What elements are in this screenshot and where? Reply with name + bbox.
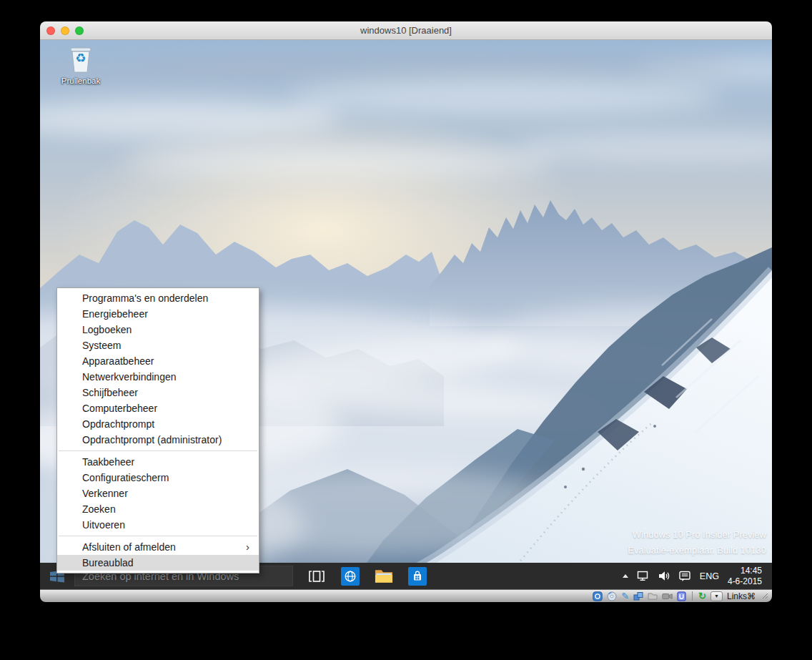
menu-item-logboeken[interactable]: Logboeken [57,322,259,338]
menu-item-label: Energiebeheer [82,308,148,320]
minimize-window-button[interactable] [61,26,69,35]
menu-item-label: Apparaatbeheer [82,355,154,367]
watermark-line2: Evaluatie-exemplaar. Build 10130 [628,543,766,558]
clock-time: 14:45 [728,566,762,576]
menu-item-configuratiescherm[interactable]: Configuratiescherm [57,470,259,486]
menu-item-label: Netwerkverbindingen [82,371,177,383]
menu-item-label: Schijfbeheer [82,387,138,398]
menu-item-opdrachtprompt[interactable]: Opdrachtprompt [57,416,259,432]
store-bag-icon [408,567,427,586]
insider-watermark: Windows 10 Pro Insider Preview Evaluatie… [628,527,766,558]
edge-browser-button[interactable] [341,567,360,586]
window-title: windows10 [Draaiend] [360,25,452,36]
recycle-bin-icon: ♻ [65,44,96,76]
menu-item-energiebeheer[interactable]: Energiebeheer [57,306,259,322]
menu-item-label: Taakbeheer [82,456,134,468]
screen: windows10 [Draaiend] [0,0,812,660]
volume-icon[interactable] [658,571,670,581]
taskbar-app-icons [307,563,427,589]
shared-folder-icon[interactable] [648,591,658,601]
show-hidden-icons-button[interactable] [623,574,628,578]
edge-globe-icon [341,567,360,586]
winx-menu: Programma's en onderdelenEnergiebeheerLo… [56,287,259,573]
menu-item-label: Opdrachtprompt [82,418,154,430]
menu-item-verkenner[interactable]: Verkenner [57,486,259,501]
menu-item-afsluiten-of-afmelden[interactable]: Afsluiten of afmelden› [57,539,259,555]
zoom-window-button[interactable] [75,26,84,35]
shortcut-label: Links⌘ [727,591,756,601]
menu-item-uitvoeren[interactable]: Uitvoeren [57,517,259,533]
menu-item-label: Afsluiten of afmelden [82,541,176,553]
language-indicator[interactable]: ENG [700,571,719,581]
menu-item-label: Uitvoeren [82,519,125,531]
usb-icon[interactable] [677,591,686,601]
vm-statusbar: ✎ [40,589,772,602]
pencil-icon[interactable]: ✎ [621,591,629,601]
menu-item-label: Logboeken [82,324,132,335]
recycle-bin-label: Prullenbak [59,77,103,85]
network-icon[interactable] [637,571,650,581]
menu-item-computerbeheer[interactable]: Computerbeheer [57,400,259,416]
menu-item-zoeken[interactable]: Zoeken [57,501,259,517]
recycle-bin[interactable]: ♻ Prullenbak [59,44,103,85]
vm-window: windows10 [Draaiend] [40,21,772,602]
network-adapter-icon[interactable] [633,591,643,601]
menu-item-label: Zoeken [82,503,116,515]
window-controls [46,26,84,35]
menu-separator [59,450,257,451]
statusbar-dropdown-button[interactable]: ▼ [710,591,723,601]
menu-item-label: Configuratiescherm [82,472,169,483]
menu-item-netwerkverbindingen[interactable]: Netwerkverbindingen [57,369,259,385]
hard-disk-icon[interactable] [593,591,603,601]
statusbar-divider [692,591,693,601]
menu-item-label: Computerbeheer [82,403,157,414]
submenu-arrow-icon: › [246,539,249,555]
menu-item-opdrachtprompt-administrator[interactable]: Opdrachtprompt (administrator) [57,432,259,448]
clock-date: 4-6-2015 [728,576,762,587]
sync-arrows-icon[interactable]: ↻ [698,591,706,601]
titlebar: windows10 [Draaiend] [40,21,772,40]
action-center-icon[interactable] [679,571,691,582]
task-view-button[interactable] [307,567,326,586]
close-window-button[interactable] [46,26,55,35]
windows-store-button[interactable] [408,567,427,586]
menu-item-label: Bureaublad [82,557,134,568]
resize-grip[interactable] [762,593,768,599]
menu-item-programma-s-en-onderdelen[interactable]: Programma's en onderdelen [57,290,259,306]
menu-item-systeem[interactable]: Systeem [57,338,259,353]
system-tray: ENG 14:45 4-6-2015 [623,563,772,589]
windows-desktop[interactable]: ♻ Prullenbak Windows 10 Pro Insider Prev… [40,40,772,589]
watermark-line1: Windows 10 Pro Insider Preview [628,527,766,543]
cd-dvd-icon[interactable] [607,591,617,601]
taskbar-clock[interactable]: 14:45 4-6-2015 [728,566,762,587]
menu-item-label: Verkenner [82,488,128,499]
menu-separator [59,536,257,536]
menu-item-label: Systeem [82,340,121,351]
task-view-icon [307,568,326,584]
recycle-symbol-icon: ♻ [65,51,96,66]
menu-item-label: Programma's en onderdelen [82,292,208,304]
file-explorer-button[interactable] [375,567,393,586]
menu-item-bureaublad[interactable]: Bureaublad [57,555,259,571]
menu-item-taakbeheer[interactable]: Taakbeheer [57,454,259,470]
menu-item-label: Opdrachtprompt (administrator) [82,434,222,445]
folder-icon [375,568,393,584]
menu-item-schijfbeheer[interactable]: Schijfbeheer [57,385,259,400]
menu-item-apparaatbeheer[interactable]: Apparaatbeheer [57,353,259,369]
video-camera-icon[interactable] [662,591,673,601]
